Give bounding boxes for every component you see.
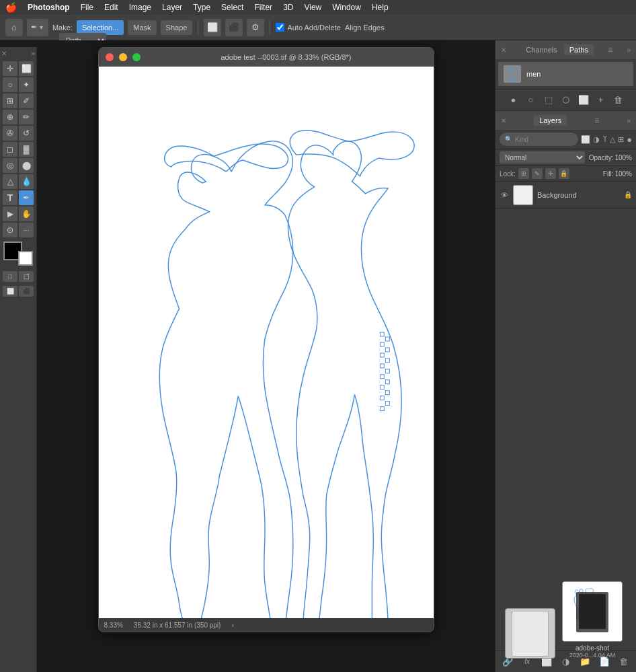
nav-arrow[interactable]: › xyxy=(231,622,233,629)
menu-photoshop[interactable]: Photoshop xyxy=(28,3,70,12)
add-mask-btn[interactable]: ⬜ xyxy=(577,94,590,107)
layers-panel-expand[interactable]: » xyxy=(627,117,631,124)
doc-titlebar: adobe test --0003.tif @ 8.33% (RGB/8*) xyxy=(99,48,434,67)
layers-search[interactable]: 🔍 Kind xyxy=(500,133,578,146)
opacity-value[interactable]: 100% xyxy=(614,154,632,161)
settings-icon[interactable]: ⚙ xyxy=(247,19,264,36)
dodge-tool[interactable]: ⬤ xyxy=(19,158,34,173)
align-center-icon[interactable]: ⬛ xyxy=(225,19,243,36)
lock-all-btn[interactable]: 🔒 xyxy=(559,168,569,179)
path-stroke-btn[interactable]: ○ xyxy=(524,94,538,107)
tools-panel-close[interactable]: ✕ xyxy=(1,50,7,57)
tab-paths[interactable]: Paths xyxy=(564,44,594,55)
align-left-icon[interactable]: ⬜ xyxy=(204,19,221,36)
pen-tool[interactable]: ✒ xyxy=(19,190,34,205)
tools-panel-expand[interactable]: » xyxy=(31,50,35,57)
filter-adjust-icon[interactable]: ◑ xyxy=(593,135,600,144)
shape-tool[interactable]: △ xyxy=(3,174,17,189)
lock-artboard-btn[interactable]: ✛ xyxy=(545,168,556,179)
filter-smart-icon[interactable]: ⊞ xyxy=(618,135,624,144)
layer-visibility-eye[interactable]: 👁 xyxy=(500,190,509,200)
move-tool[interactable]: ✛ xyxy=(3,61,17,76)
crop-tool[interactable]: ⊞ xyxy=(3,94,17,108)
brush-tool[interactable]: ✏ xyxy=(19,110,34,124)
history-brush-tool[interactable]: ↺ xyxy=(19,126,34,141)
layers-panel-tabs: Layers xyxy=(534,115,567,126)
shape-button[interactable]: Shape xyxy=(161,20,193,35)
lock-pixels-btn[interactable]: ⊞ xyxy=(518,168,529,179)
maximize-window-button[interactable] xyxy=(132,53,141,61)
normal-mode-icon[interactable]: □ xyxy=(3,271,17,282)
menu-layer[interactable]: Layer xyxy=(162,3,182,12)
opacity-label: Opacity: xyxy=(589,154,614,161)
home-button[interactable]: ⌂ xyxy=(5,19,23,36)
color-swatch[interactable] xyxy=(3,241,33,266)
path-to-selection-btn[interactable]: ⬚ xyxy=(542,94,555,107)
spot-heal-tool[interactable]: ⊕ xyxy=(3,110,17,124)
eraser-tool[interactable]: ◻ xyxy=(3,142,17,157)
paths-panel-menu[interactable]: ≡ xyxy=(608,45,612,54)
blur-tool[interactable]: ◎ xyxy=(3,158,17,173)
more-tools[interactable]: ··· xyxy=(19,223,34,237)
lasso-tool[interactable]: ○ xyxy=(3,77,17,92)
menu-bar: 🍎 Photoshop File Edit Image Layer Type S… xyxy=(0,0,636,15)
filter-shape-icon[interactable]: △ xyxy=(610,135,615,144)
dock-adobe-thumbnail xyxy=(562,581,623,642)
search-icon: 🔍 xyxy=(505,136,512,143)
blend-mode-select[interactable]: Normal xyxy=(500,151,585,163)
mask-button[interactable]: Mask xyxy=(128,20,156,35)
document-canvas[interactable] xyxy=(99,67,434,618)
path-select-tool[interactable]: ▶ xyxy=(3,207,17,221)
type-tool[interactable]: T xyxy=(3,190,17,205)
layer-item-background[interactable]: 👁 Background 🔒 xyxy=(495,182,636,209)
menu-filter[interactable]: Filter xyxy=(254,3,272,12)
fill-value[interactable]: 100% xyxy=(614,170,632,178)
hand-tool[interactable]: ✋ xyxy=(19,207,34,221)
screen-full-btn[interactable]: ⬛ xyxy=(19,286,34,297)
menu-type[interactable]: Type xyxy=(193,3,210,12)
background-color[interactable] xyxy=(18,251,33,266)
filter-toggle[interactable]: ● xyxy=(627,135,632,145)
filter-type-icon[interactable]: T xyxy=(602,135,607,143)
eyedropper-tool[interactable]: ✐ xyxy=(19,94,34,108)
menu-window[interactable]: Window xyxy=(332,3,361,12)
doc-statusbar: 8.33% 36.32 in x 61.557 in (350 ppi) › xyxy=(99,618,434,632)
paths-panel-close[interactable]: ✕ xyxy=(501,46,506,54)
auto-add-delete-label[interactable]: Auto Add/Delete xyxy=(276,23,341,32)
layers-panel-menu[interactable]: ≡ xyxy=(594,116,599,125)
menu-edit[interactable]: Edit xyxy=(104,3,118,12)
apple-menu[interactable]: 🍎 xyxy=(5,2,17,13)
menu-view[interactable]: View xyxy=(304,3,321,12)
clone-stamp-tool[interactable]: ✇ xyxy=(3,126,17,141)
menu-3d[interactable]: 3D xyxy=(283,3,293,12)
tab-layers[interactable]: Layers xyxy=(534,115,567,126)
dock-item-adobe[interactable]: adobe-shot 2020-0...4.04 AM xyxy=(562,581,623,659)
bucket-tool[interactable]: 💧 xyxy=(19,174,34,189)
magic-wand-tool[interactable]: ✦ xyxy=(19,77,34,92)
minimize-window-button[interactable] xyxy=(119,53,127,61)
auto-add-delete-checkbox[interactable] xyxy=(276,23,284,32)
delete-path-btn[interactable]: 🗑 xyxy=(612,94,625,107)
menu-image[interactable]: Image xyxy=(129,3,151,12)
menu-file[interactable]: File xyxy=(81,3,93,12)
dock-item-blank[interactable] xyxy=(505,608,555,659)
screen-mode-btn[interactable]: ⬜ xyxy=(3,286,17,297)
paths-panel-expand[interactable]: » xyxy=(627,46,631,54)
selection-to-path-btn[interactable]: ⬡ xyxy=(559,94,573,107)
menu-help[interactable]: Help xyxy=(372,3,389,12)
quick-mask-icon[interactable]: □̈ xyxy=(19,271,34,282)
path-fill-btn[interactable]: ● xyxy=(507,94,520,107)
close-window-button[interactable] xyxy=(106,53,114,61)
layer-lock-icon: 🔒 xyxy=(624,191,632,198)
new-path-btn[interactable]: + xyxy=(594,94,608,107)
filter-pixel-icon[interactable]: ⬜ xyxy=(581,135,590,144)
lock-position-btn[interactable]: ✎ xyxy=(532,168,543,179)
zoom-tool[interactable]: ⊙ xyxy=(3,223,17,237)
menu-select[interactable]: Select xyxy=(221,3,243,12)
pen-dropdown-arrow[interactable]: ▼ xyxy=(38,24,44,31)
marquee-tool[interactable]: ⬜ xyxy=(19,61,34,76)
layers-panel-close[interactable]: ✕ xyxy=(501,117,506,124)
tab-channels[interactable]: Channels xyxy=(520,44,562,55)
gradient-tool[interactable]: ▓ xyxy=(19,142,34,157)
path-item-men[interactable]: men xyxy=(498,62,633,86)
